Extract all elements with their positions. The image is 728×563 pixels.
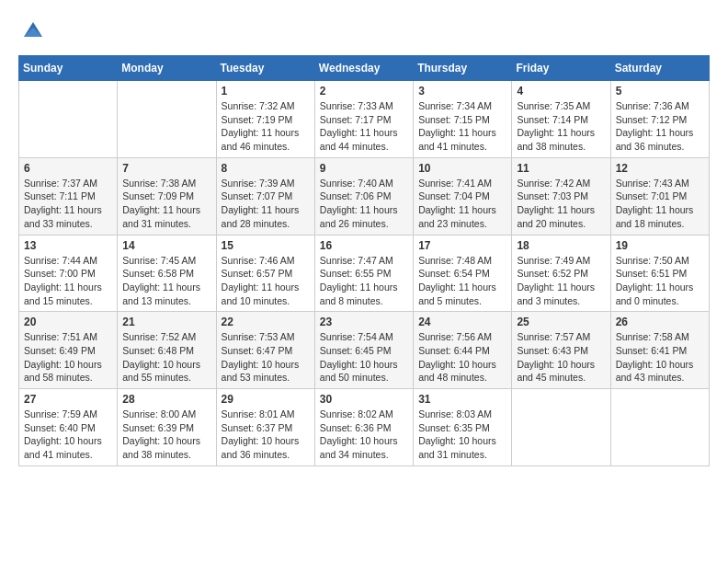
calendar-cell: 7Sunrise: 7:38 AM Sunset: 7:09 PM Daylig… (118, 157, 216, 235)
day-info: Sunrise: 7:39 AM Sunset: 7:07 PM Dayligh… (222, 177, 310, 231)
calendar-cell: 24Sunrise: 7:56 AM Sunset: 6:44 PM Dayli… (414, 312, 512, 389)
day-info: Sunrise: 8:01 AM Sunset: 6:37 PM Dayligh… (222, 408, 310, 462)
calendar-cell: 25Sunrise: 7:57 AM Sunset: 6:43 PM Dayli… (512, 312, 610, 389)
day-info: Sunrise: 7:46 AM Sunset: 6:57 PM Dayligh… (222, 254, 310, 308)
day-info: Sunrise: 7:56 AM Sunset: 6:44 PM Dayligh… (418, 330, 506, 385)
calendar-cell: 20Sunrise: 7:51 AM Sunset: 6:49 PM Dayli… (19, 312, 118, 389)
day-number: 7 (122, 162, 210, 175)
day-info: Sunrise: 7:59 AM Sunset: 6:40 PM Dayligh… (24, 408, 112, 462)
day-info: Sunrise: 7:33 AM Sunset: 7:17 PM Dayligh… (320, 99, 408, 154)
day-info: Sunrise: 7:41 AM Sunset: 7:04 PM Dayligh… (418, 177, 506, 231)
calendar-cell: 11Sunrise: 7:42 AM Sunset: 7:03 PM Dayli… (512, 157, 610, 235)
day-info: Sunrise: 7:49 AM Sunset: 6:52 PM Dayligh… (517, 254, 605, 308)
day-number: 14 (122, 239, 210, 252)
calendar-cell: 29Sunrise: 8:01 AM Sunset: 6:37 PM Dayli… (216, 389, 314, 466)
calendar-cell (118, 81, 216, 158)
calendar-cell (19, 81, 118, 158)
day-info: Sunrise: 7:37 AM Sunset: 7:11 PM Dayligh… (24, 177, 112, 231)
day-info: Sunrise: 7:44 AM Sunset: 7:00 PM Dayligh… (24, 254, 112, 308)
day-header-thursday: Thursday (414, 56, 512, 81)
day-info: Sunrise: 7:43 AM Sunset: 7:01 PM Dayligh… (616, 177, 704, 231)
logo-icon (20, 18, 42, 40)
day-info: Sunrise: 7:36 AM Sunset: 7:12 PM Dayligh… (616, 99, 704, 154)
days-header-row: SundayMondayTuesdayWednesdayThursdayFrid… (19, 56, 710, 81)
day-number: 6 (24, 162, 112, 175)
calendar-cell: 14Sunrise: 7:45 AM Sunset: 6:58 PM Dayli… (118, 235, 216, 312)
day-number: 20 (24, 316, 112, 328)
day-info: Sunrise: 8:03 AM Sunset: 6:35 PM Dayligh… (418, 408, 506, 462)
calendar-table: SundayMondayTuesdayWednesdayThursdayFrid… (18, 55, 710, 466)
day-header-wednesday: Wednesday (314, 56, 413, 81)
day-info: Sunrise: 7:47 AM Sunset: 6:55 PM Dayligh… (320, 254, 408, 308)
calendar-week-1: 1Sunrise: 7:32 AM Sunset: 7:19 PM Daylig… (19, 81, 710, 158)
day-info: Sunrise: 7:50 AM Sunset: 6:51 PM Dayligh… (616, 254, 704, 308)
day-header-monday: Monday (118, 56, 216, 81)
day-header-tuesday: Tuesday (216, 56, 314, 81)
calendar-cell: 2Sunrise: 7:33 AM Sunset: 7:17 PM Daylig… (314, 81, 413, 158)
day-number: 16 (320, 239, 408, 252)
calendar-cell: 8Sunrise: 7:39 AM Sunset: 7:07 PM Daylig… (216, 157, 314, 235)
day-number: 28 (122, 393, 210, 406)
calendar-cell: 16Sunrise: 7:47 AM Sunset: 6:55 PM Dayli… (314, 235, 413, 312)
calendar-cell: 9Sunrise: 7:40 AM Sunset: 7:06 PM Daylig… (314, 157, 413, 235)
calendar-cell: 22Sunrise: 7:53 AM Sunset: 6:47 PM Dayli… (216, 312, 314, 389)
day-number: 19 (616, 239, 704, 252)
day-info: Sunrise: 7:58 AM Sunset: 6:41 PM Dayligh… (616, 330, 704, 385)
day-info: Sunrise: 7:40 AM Sunset: 7:06 PM Dayligh… (320, 177, 408, 231)
calendar-cell: 18Sunrise: 7:49 AM Sunset: 6:52 PM Dayli… (512, 235, 610, 312)
day-number: 17 (418, 239, 506, 252)
calendar-cell: 23Sunrise: 7:54 AM Sunset: 6:45 PM Dayli… (314, 312, 413, 389)
day-number: 23 (320, 316, 408, 328)
day-info: Sunrise: 7:57 AM Sunset: 6:43 PM Dayligh… (517, 330, 605, 385)
calendar-week-4: 20Sunrise: 7:51 AM Sunset: 6:49 PM Dayli… (19, 312, 710, 389)
day-number: 18 (517, 239, 605, 252)
day-number: 9 (320, 162, 408, 175)
day-number: 22 (222, 316, 310, 328)
day-number: 15 (222, 239, 310, 252)
calendar-cell (512, 389, 610, 466)
day-number: 11 (517, 162, 605, 175)
page-header (18, 18, 710, 40)
day-header-sunday: Sunday (19, 56, 118, 81)
day-number: 30 (320, 393, 408, 406)
calendar-cell: 26Sunrise: 7:58 AM Sunset: 6:41 PM Dayli… (610, 312, 709, 389)
calendar-cell: 27Sunrise: 7:59 AM Sunset: 6:40 PM Dayli… (19, 389, 118, 466)
calendar-cell: 15Sunrise: 7:46 AM Sunset: 6:57 PM Dayli… (216, 235, 314, 312)
day-number: 29 (222, 393, 310, 406)
logo (18, 18, 42, 40)
day-number: 1 (222, 85, 310, 98)
calendar-cell: 28Sunrise: 8:00 AM Sunset: 6:39 PM Dayli… (118, 389, 216, 466)
day-number: 27 (24, 393, 112, 406)
day-number: 21 (122, 316, 210, 328)
day-info: Sunrise: 7:34 AM Sunset: 7:15 PM Dayligh… (418, 99, 506, 154)
day-info: Sunrise: 7:48 AM Sunset: 6:54 PM Dayligh… (418, 254, 506, 308)
day-number: 8 (222, 162, 310, 175)
calendar-cell: 19Sunrise: 7:50 AM Sunset: 6:51 PM Dayli… (610, 235, 709, 312)
day-header-friday: Friday (512, 56, 610, 81)
day-info: Sunrise: 8:00 AM Sunset: 6:39 PM Dayligh… (122, 408, 210, 462)
day-number: 24 (418, 316, 506, 328)
calendar-cell: 1Sunrise: 7:32 AM Sunset: 7:19 PM Daylig… (216, 81, 314, 158)
day-info: Sunrise: 7:53 AM Sunset: 6:47 PM Dayligh… (222, 330, 310, 385)
day-info: Sunrise: 7:35 AM Sunset: 7:14 PM Dayligh… (517, 99, 605, 154)
calendar-cell: 5Sunrise: 7:36 AM Sunset: 7:12 PM Daylig… (610, 81, 709, 158)
day-info: Sunrise: 7:32 AM Sunset: 7:19 PM Dayligh… (222, 99, 310, 154)
calendar-cell: 6Sunrise: 7:37 AM Sunset: 7:11 PM Daylig… (19, 157, 118, 235)
day-number: 3 (418, 85, 506, 98)
calendar-cell: 31Sunrise: 8:03 AM Sunset: 6:35 PM Dayli… (414, 389, 512, 466)
calendar-cell: 17Sunrise: 7:48 AM Sunset: 6:54 PM Dayli… (414, 235, 512, 312)
svg-marker-1 (24, 28, 42, 37)
calendar-cell: 30Sunrise: 8:02 AM Sunset: 6:36 PM Dayli… (314, 389, 413, 466)
calendar-cell: 21Sunrise: 7:52 AM Sunset: 6:48 PM Dayli… (118, 312, 216, 389)
day-number: 4 (517, 85, 605, 98)
day-number: 2 (320, 85, 408, 98)
day-number: 10 (418, 162, 506, 175)
day-info: Sunrise: 7:51 AM Sunset: 6:49 PM Dayligh… (24, 330, 112, 385)
day-header-saturday: Saturday (610, 56, 709, 81)
calendar-week-5: 27Sunrise: 7:59 AM Sunset: 6:40 PM Dayli… (19, 389, 710, 466)
day-info: Sunrise: 8:02 AM Sunset: 6:36 PM Dayligh… (320, 408, 408, 462)
calendar-cell: 3Sunrise: 7:34 AM Sunset: 7:15 PM Daylig… (414, 81, 512, 158)
calendar-cell: 4Sunrise: 7:35 AM Sunset: 7:14 PM Daylig… (512, 81, 610, 158)
day-info: Sunrise: 7:42 AM Sunset: 7:03 PM Dayligh… (517, 177, 605, 231)
day-info: Sunrise: 7:54 AM Sunset: 6:45 PM Dayligh… (320, 330, 408, 385)
